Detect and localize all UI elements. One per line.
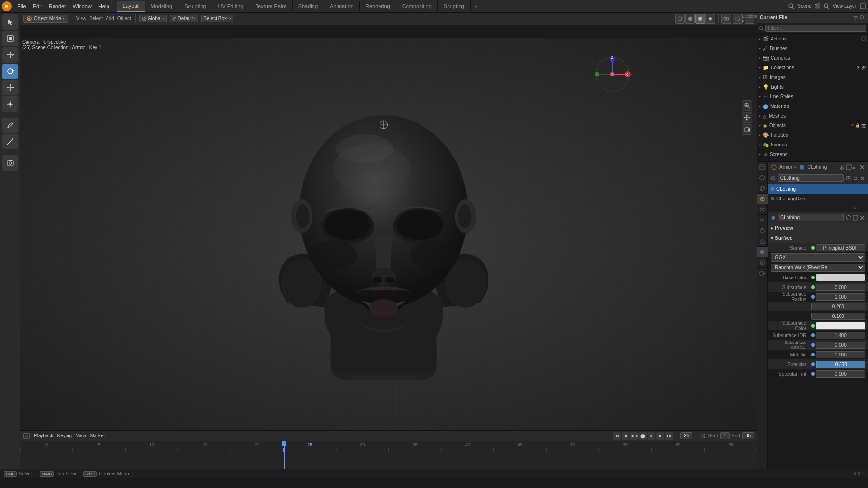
outliner-item-images[interactable]: ▸ 🖼 Images <box>757 72 868 82</box>
outliner-item-brushes[interactable]: ▸ 🖌 Brushes <box>757 43 868 53</box>
filter-icon[interactable] <box>853 15 858 21</box>
object-menu[interactable]: Object <box>117 16 131 21</box>
next-frame-button[interactable]: ► <box>656 432 664 440</box>
scale-tool[interactable] <box>2 80 18 95</box>
outliner-item-palettes[interactable]: ▸ 🎨 Palettes <box>757 130 868 140</box>
constraints-tab[interactable] <box>757 225 768 236</box>
specular-tint-value[interactable]: 0.000 <box>816 370 865 378</box>
keying-menu[interactable]: Keying <box>57 433 72 438</box>
rendered-shading[interactable] <box>705 14 715 24</box>
tab-uv-editing[interactable]: UV Editing <box>212 1 249 11</box>
tab-scripting[interactable]: Scripting <box>438 1 471 11</box>
select-tool[interactable] <box>2 31 18 46</box>
menu-window[interactable]: Window <box>70 2 95 10</box>
outliner-item-cameras[interactable]: ▸ 📷 Cameras <box>757 53 868 63</box>
scene-tab[interactable] <box>757 172 768 183</box>
object-data-tab[interactable] <box>757 236 768 247</box>
add-tab-button[interactable]: + <box>471 1 481 11</box>
add-menu[interactable]: Add <box>106 16 114 21</box>
tab-texture-paint[interactable]: Texture Paint <box>249 1 292 11</box>
surface-type-value[interactable]: Principled BSDF <box>816 244 865 251</box>
view-menu-tl[interactable]: View <box>76 433 86 438</box>
particles-tab[interactable] <box>757 204 768 215</box>
tab-layout[interactable]: Layout <box>117 1 145 12</box>
random-walk-select[interactable]: Random Walk (Fixed Ra... <box>771 264 865 272</box>
mat-browse-icon[interactable] <box>771 175 776 181</box>
active-tools-tab[interactable] <box>757 162 768 172</box>
material-slot-clothing[interactable]: CLothing <box>768 184 868 194</box>
material-shading[interactable] <box>695 14 705 24</box>
rotate-tool[interactable] <box>2 64 18 79</box>
preview-header[interactable]: ▸ Preview <box>768 223 868 233</box>
transform-tool[interactable] <box>2 96 18 112</box>
jump-start-button[interactable]: ⏮ <box>613 432 621 440</box>
pivot-dropdown[interactable]: Default ▾ <box>170 15 199 22</box>
tab-rendering[interactable]: Rendering <box>360 1 396 11</box>
start-frame[interactable]: 1 <box>720 432 730 439</box>
outliner-item-materials[interactable]: ▸ ⬤ Materials <box>757 101 868 111</box>
measure-tool[interactable] <box>2 134 18 149</box>
camera-view-button[interactable] <box>742 124 752 135</box>
end-frame[interactable]: 65 <box>742 432 754 439</box>
output-tab[interactable] <box>757 268 768 278</box>
subsurface-color-picker[interactable] <box>816 322 865 330</box>
tab-animation[interactable]: Animation <box>324 1 360 11</box>
menu-edit[interactable]: Edit <box>30 2 45 10</box>
outliner-item-line-styles[interactable]: ▸ 〰 Line Styles <box>757 92 868 101</box>
mat-sh-close[interactable] <box>859 215 865 221</box>
subsurface-radius-value-3[interactable]: 0.100 <box>811 313 865 320</box>
outliner-item-meshes[interactable]: ▸ △ Meshes <box>757 111 868 120</box>
jump-end-button[interactable]: ⏭ <box>665 432 673 440</box>
view-menu[interactable]: View <box>76 16 87 21</box>
marker-menu[interactable]: Marker <box>90 433 105 438</box>
overlays-button[interactable] <box>721 14 731 24</box>
mat-action-1[interactable] <box>846 175 851 181</box>
edit-icon[interactable] <box>846 164 852 170</box>
material-tab[interactable] <box>757 247 768 257</box>
subsurface-radius-value-2[interactable]: 0.200 <box>811 303 865 310</box>
solid-shading[interactable] <box>685 14 695 24</box>
object-tab[interactable] <box>757 194 768 204</box>
annotate-tool[interactable] <box>2 118 18 133</box>
subsurface-radius-value-1[interactable]: 1.000 <box>816 293 865 301</box>
object-mode-dropdown[interactable]: Object Mode ▾ <box>23 15 68 23</box>
specular-value[interactable]: 0.350 <box>816 361 865 368</box>
outliner-item-screens[interactable]: ▸ 🖥 Screens <box>757 149 868 159</box>
cursor-tool[interactable] <box>2 14 18 30</box>
link-icon[interactable] <box>853 164 858 170</box>
menu-help[interactable]: Help <box>95 2 112 10</box>
move-tool[interactable] <box>2 47 18 63</box>
current-frame-display[interactable]: 25 <box>680 432 692 439</box>
timeline-body[interactable]: 0 5 10 15 20 25 30 35 40 45 50 55 60 65 <box>20 441 757 469</box>
outliner-item-collections[interactable]: ▸ 📁 Collections ▼ 🔗 <box>757 63 868 72</box>
camera-tool[interactable] <box>2 155 18 171</box>
render-tab[interactable] <box>757 257 768 268</box>
stop-button[interactable]: ⬤ <box>639 432 647 440</box>
mat-sh-browse[interactable] <box>846 215 852 221</box>
select-menu[interactable]: Select <box>89 16 103 21</box>
tab-modeling[interactable]: Modeling <box>145 1 179 11</box>
wireframe-shading[interactable] <box>675 14 685 24</box>
prev-frame-button[interactable]: ◄ <box>622 432 629 440</box>
orientation-dropdown[interactable]: Global ▾ <box>139 15 167 22</box>
menu-file[interactable]: File <box>14 2 29 10</box>
options-button[interactable]: Options ▾ <box>745 14 754 24</box>
play-reverse-button[interactable]: ◄◄ <box>630 432 638 440</box>
blender-logo[interactable]: B <box>2 1 12 11</box>
ggx-select[interactable]: GGX <box>771 253 865 262</box>
pan-button[interactable] <box>742 112 752 123</box>
mat-sh-link[interactable] <box>853 215 858 221</box>
menu-render[interactable]: Render <box>46 2 69 10</box>
magnify-button[interactable] <box>742 100 752 111</box>
world-tab[interactable] <box>757 183 768 194</box>
tab-compositing[interactable]: Compositing <box>396 1 438 11</box>
tab-shading[interactable]: Shading <box>293 1 324 11</box>
drag-select-dropdown[interactable]: Select Box ~ <box>201 15 233 22</box>
subsurface-ior-value[interactable]: 1.400 <box>816 332 865 339</box>
search-icon-outliner[interactable] <box>859 15 865 21</box>
outliner-item-scenes[interactable]: ▸ 🎭 Scenes <box>757 140 868 149</box>
base-color-picker[interactable] <box>816 274 865 281</box>
outliner-search-input[interactable] <box>765 25 866 32</box>
material-name-input[interactable] <box>778 174 844 182</box>
physics-tab[interactable] <box>757 215 768 225</box>
